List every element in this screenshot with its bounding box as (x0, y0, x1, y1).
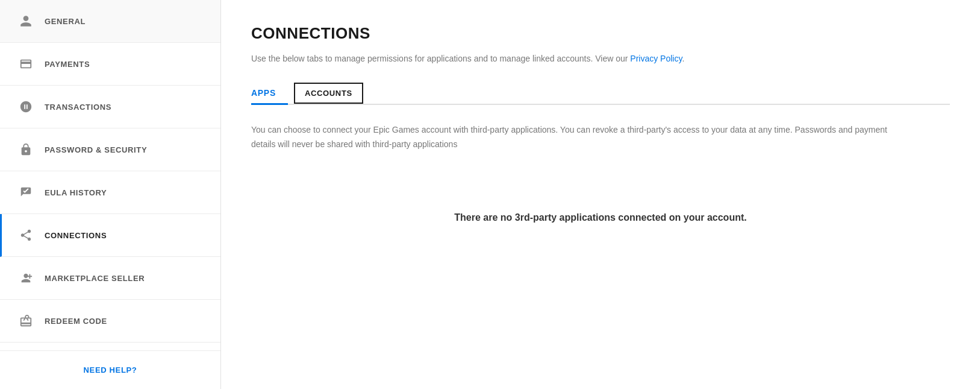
tab-apps-description: You can choose to connect your Epic Game… (251, 123, 914, 152)
sidebar-item-transactions[interactable]: TRANSACTIONS (0, 86, 220, 128)
sidebar-item-label-general: GENERAL (45, 17, 86, 26)
sidebar-item-redeem-code[interactable]: REDEEM CODE (0, 300, 220, 343)
sidebar-item-label-password-security: PASSWORD & SECURITY (45, 145, 147, 154)
sidebar-item-general[interactable]: GENERAL (0, 0, 220, 43)
payments-icon (18, 56, 34, 72)
description-suffix: . (682, 54, 684, 63)
sidebar-item-eula-history[interactable]: EULA HISTORY (0, 171, 220, 214)
sidebar-item-label-connections: CONNECTIONS (45, 231, 107, 240)
marketplace-icon (18, 270, 34, 286)
empty-state-text: There are no 3rd-party applications conn… (454, 212, 746, 223)
empty-state: There are no 3rd-party applications conn… (251, 176, 950, 259)
password-icon (18, 142, 34, 157)
sidebar-bottom: NEED HELP? (0, 350, 220, 389)
page-title: CONNECTIONS (251, 24, 950, 43)
sidebar-item-label-payments: PAYMENTS (45, 60, 90, 69)
privacy-policy-link[interactable]: Privacy Policy (630, 54, 682, 63)
tabs-container: APPS ACCOUNTS (251, 82, 950, 105)
transactions-icon (18, 99, 34, 115)
sidebar-item-label-marketplace-seller: MARKETPLACE SELLER (45, 274, 145, 283)
sidebar-item-label-redeem-code: REDEEM CODE (45, 317, 107, 326)
sidebar-item-payments[interactable]: PAYMENTS (0, 43, 220, 86)
sidebar-item-label-transactions: TRANSACTIONS (45, 103, 111, 112)
redeem-icon (18, 313, 34, 329)
sidebar-item-connections[interactable]: CONNECTIONS (0, 214, 220, 257)
eula-icon (18, 185, 34, 200)
sidebar-item-label-eula-history: EULA HISTORY (45, 188, 107, 197)
sidebar: GENERAL PAYMENTS TRANSACTIONS PASSWORD &… (0, 0, 221, 389)
description-prefix: Use the below tabs to manage permissions… (251, 54, 630, 63)
main-content: CONNECTIONS Use the below tabs to manage… (221, 0, 980, 389)
tab-accounts[interactable]: ACCOUNTS (294, 83, 363, 104)
sidebar-item-marketplace-seller[interactable]: MARKETPLACE SELLER (0, 257, 220, 300)
tab-apps[interactable]: APPS (251, 82, 288, 104)
connections-icon (18, 227, 34, 243)
page-description: Use the below tabs to manage permissions… (251, 52, 950, 65)
need-help-link[interactable]: NEED HELP? (84, 365, 137, 375)
person-icon (18, 13, 34, 29)
sidebar-item-password-security[interactable]: PASSWORD & SECURITY (0, 128, 220, 171)
